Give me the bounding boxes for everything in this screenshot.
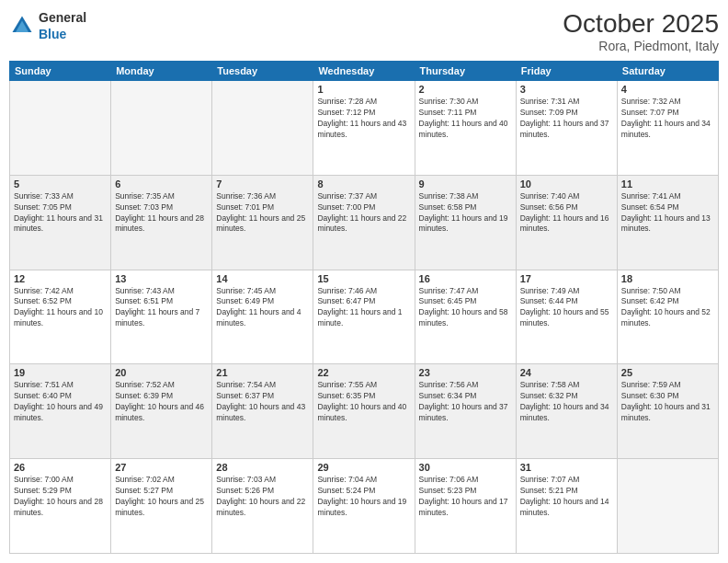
- table-row: [111, 81, 212, 176]
- cell-info: Sunrise: 7:45 AM Sunset: 6:49 PM Dayligh…: [216, 286, 309, 330]
- logo-text: General Blue: [39, 9, 86, 42]
- cell-info: Sunrise: 7:30 AM Sunset: 7:11 PM Dayligh…: [419, 97, 512, 141]
- week-row-5: 26Sunrise: 7:00 AM Sunset: 5:29 PM Dayli…: [10, 459, 719, 554]
- table-row: 21Sunrise: 7:54 AM Sunset: 6:37 PM Dayli…: [212, 364, 313, 459]
- cell-date: 12: [14, 273, 107, 284]
- cell-date: 17: [520, 273, 613, 284]
- cell-info: Sunrise: 7:31 AM Sunset: 7:09 PM Dayligh…: [520, 97, 613, 141]
- table-row: 10Sunrise: 7:40 AM Sunset: 6:56 PM Dayli…: [516, 175, 617, 270]
- cell-date: 22: [317, 367, 410, 378]
- cell-date: 1: [317, 84, 410, 95]
- cell-date: 6: [115, 178, 208, 190]
- table-row: [212, 81, 313, 176]
- week-row-1: 1Sunrise: 7:28 AM Sunset: 7:12 PM Daylig…: [10, 81, 719, 176]
- page: General Blue October 2025 Rora, Piedmont…: [0, 0, 728, 563]
- cell-date: 2: [419, 84, 512, 95]
- day-header-thursday: Thursday: [415, 62, 516, 81]
- day-header-tuesday: Tuesday: [212, 62, 313, 81]
- cell-info: Sunrise: 7:28 AM Sunset: 7:12 PM Dayligh…: [317, 97, 410, 141]
- cell-info: Sunrise: 7:32 AM Sunset: 7:07 PM Dayligh…: [621, 97, 714, 141]
- month-title: October 2025: [563, 9, 719, 39]
- table-row: 28Sunrise: 7:03 AM Sunset: 5:26 PM Dayli…: [212, 459, 313, 554]
- cell-info: Sunrise: 7:42 AM Sunset: 6:52 PM Dayligh…: [14, 286, 107, 330]
- table-row: 22Sunrise: 7:55 AM Sunset: 6:35 PM Dayli…: [313, 364, 415, 459]
- table-row: 30Sunrise: 7:06 AM Sunset: 5:23 PM Dayli…: [415, 459, 516, 554]
- cell-date: 26: [14, 462, 107, 473]
- cell-date: 21: [216, 367, 309, 378]
- week-row-2: 5Sunrise: 7:33 AM Sunset: 7:05 PM Daylig…: [10, 175, 719, 270]
- cell-date: 24: [520, 367, 613, 378]
- table-row: 6Sunrise: 7:35 AM Sunset: 7:03 PM Daylig…: [111, 175, 212, 270]
- logo: General Blue: [9, 9, 86, 42]
- table-row: 16Sunrise: 7:47 AM Sunset: 6:45 PM Dayli…: [415, 270, 516, 364]
- cell-info: Sunrise: 7:35 AM Sunset: 7:03 PM Dayligh…: [115, 191, 208, 236]
- cell-info: Sunrise: 7:51 AM Sunset: 6:40 PM Dayligh…: [14, 380, 107, 424]
- cell-date: 4: [621, 84, 714, 95]
- cell-info: Sunrise: 7:47 AM Sunset: 6:45 PM Dayligh…: [419, 286, 512, 330]
- cell-date: 15: [317, 273, 410, 284]
- cell-info: Sunrise: 7:50 AM Sunset: 6:42 PM Dayligh…: [621, 286, 714, 330]
- cell-info: Sunrise: 7:40 AM Sunset: 6:56 PM Dayligh…: [520, 191, 613, 236]
- cell-info: Sunrise: 7:38 AM Sunset: 6:58 PM Dayligh…: [419, 191, 512, 236]
- table-row: 8Sunrise: 7:37 AM Sunset: 7:00 PM Daylig…: [313, 175, 415, 270]
- cell-date: 31: [520, 462, 613, 473]
- cell-date: 25: [621, 367, 714, 378]
- cell-info: Sunrise: 7:56 AM Sunset: 6:34 PM Dayligh…: [419, 380, 512, 424]
- cell-info: Sunrise: 7:52 AM Sunset: 6:39 PM Dayligh…: [115, 380, 208, 424]
- table-row: 24Sunrise: 7:58 AM Sunset: 6:32 PM Dayli…: [516, 364, 617, 459]
- cell-info: Sunrise: 7:36 AM Sunset: 7:01 PM Dayligh…: [216, 191, 309, 236]
- table-row: 4Sunrise: 7:32 AM Sunset: 7:07 PM Daylig…: [617, 81, 718, 176]
- table-row: 26Sunrise: 7:00 AM Sunset: 5:29 PM Dayli…: [10, 459, 111, 554]
- table-row: 25Sunrise: 7:59 AM Sunset: 6:30 PM Dayli…: [617, 364, 718, 459]
- cell-info: Sunrise: 7:55 AM Sunset: 6:35 PM Dayligh…: [317, 380, 410, 424]
- cell-info: Sunrise: 7:59 AM Sunset: 6:30 PM Dayligh…: [621, 380, 714, 424]
- cell-date: 13: [115, 273, 208, 284]
- cell-info: Sunrise: 7:49 AM Sunset: 6:44 PM Dayligh…: [520, 286, 613, 330]
- header: General Blue October 2025 Rora, Piedmont…: [9, 9, 719, 53]
- cell-info: Sunrise: 7:04 AM Sunset: 5:24 PM Dayligh…: [317, 475, 410, 519]
- cell-info: Sunrise: 7:00 AM Sunset: 5:29 PM Dayligh…: [14, 475, 107, 519]
- table-row: 9Sunrise: 7:38 AM Sunset: 6:58 PM Daylig…: [415, 175, 516, 270]
- table-row: 31Sunrise: 7:07 AM Sunset: 5:21 PM Dayli…: [516, 459, 617, 554]
- cell-date: 10: [520, 178, 613, 190]
- table-row: 29Sunrise: 7:04 AM Sunset: 5:24 PM Dayli…: [313, 459, 415, 554]
- cell-info: Sunrise: 7:41 AM Sunset: 6:54 PM Dayligh…: [621, 191, 714, 236]
- day-header-saturday: Saturday: [617, 62, 718, 81]
- table-row: 15Sunrise: 7:46 AM Sunset: 6:47 PM Dayli…: [313, 270, 415, 364]
- table-row: 17Sunrise: 7:49 AM Sunset: 6:44 PM Dayli…: [516, 270, 617, 364]
- table-row: 27Sunrise: 7:02 AM Sunset: 5:27 PM Dayli…: [111, 459, 212, 554]
- cell-info: Sunrise: 7:43 AM Sunset: 6:51 PM Dayligh…: [115, 286, 208, 330]
- day-header-row: SundayMondayTuesdayWednesdayThursdayFrid…: [10, 62, 719, 81]
- table-row: 19Sunrise: 7:51 AM Sunset: 6:40 PM Dayli…: [10, 364, 111, 459]
- cell-date: 5: [14, 178, 107, 190]
- cell-date: 7: [216, 178, 309, 190]
- cell-date: 16: [419, 273, 512, 284]
- table-row: 11Sunrise: 7:41 AM Sunset: 6:54 PM Dayli…: [617, 175, 718, 270]
- cell-date: 18: [621, 273, 714, 284]
- day-header-sunday: Sunday: [10, 62, 111, 81]
- logo-icon: [9, 13, 35, 39]
- calendar: SundayMondayTuesdayWednesdayThursdayFrid…: [9, 61, 719, 554]
- cell-date: 9: [419, 178, 512, 190]
- table-row: 3Sunrise: 7:31 AM Sunset: 7:09 PM Daylig…: [516, 81, 617, 176]
- cell-date: 28: [216, 462, 309, 473]
- cell-date: 14: [216, 273, 309, 284]
- table-row: 7Sunrise: 7:36 AM Sunset: 7:01 PM Daylig…: [212, 175, 313, 270]
- calendar-header: SundayMondayTuesdayWednesdayThursdayFrid…: [10, 62, 719, 81]
- cell-info: Sunrise: 7:54 AM Sunset: 6:37 PM Dayligh…: [216, 380, 309, 424]
- day-header-wednesday: Wednesday: [313, 62, 415, 81]
- title-block: October 2025 Rora, Piedmont, Italy: [563, 9, 719, 53]
- table-row: 14Sunrise: 7:45 AM Sunset: 6:49 PM Dayli…: [212, 270, 313, 364]
- cell-date: 23: [419, 367, 512, 378]
- table-row: 5Sunrise: 7:33 AM Sunset: 7:05 PM Daylig…: [10, 175, 111, 270]
- table-row: 13Sunrise: 7:43 AM Sunset: 6:51 PM Dayli…: [111, 270, 212, 364]
- cell-date: 30: [419, 462, 512, 473]
- table-row: [617, 459, 718, 554]
- cell-info: Sunrise: 7:37 AM Sunset: 7:00 PM Dayligh…: [317, 191, 410, 236]
- cell-info: Sunrise: 7:46 AM Sunset: 6:47 PM Dayligh…: [317, 286, 410, 330]
- cell-date: 27: [115, 462, 208, 473]
- week-row-3: 12Sunrise: 7:42 AM Sunset: 6:52 PM Dayli…: [10, 270, 719, 364]
- table-row: 23Sunrise: 7:56 AM Sunset: 6:34 PM Dayli…: [415, 364, 516, 459]
- cell-date: 3: [520, 84, 613, 95]
- table-row: 20Sunrise: 7:52 AM Sunset: 6:39 PM Dayli…: [111, 364, 212, 459]
